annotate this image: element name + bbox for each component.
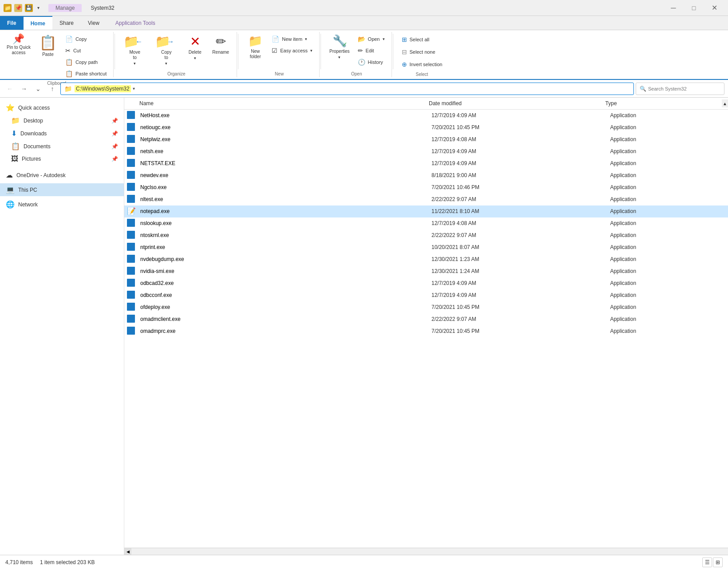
onedrive-icon: ☁ xyxy=(6,171,13,179)
history-button[interactable]: 🕐 History xyxy=(355,57,388,67)
quick-access-icon: ⭐ xyxy=(6,103,15,112)
back-button[interactable]: ← xyxy=(4,83,16,95)
table-row[interactable]: odbcad32.exe12/7/2019 4:09 AMApplication xyxy=(124,277,728,289)
view-icons-button[interactable]: ⊞ xyxy=(713,557,723,567)
table-row[interactable]: NetHost.exe12/7/2019 4:09 AMApplication xyxy=(124,110,728,122)
sidebar-item-documents[interactable]: 📋 Documents 📌 xyxy=(0,140,124,153)
new-folder-icon: 📁 xyxy=(248,34,262,48)
move-to-button[interactable]: 📁← Move to ▾ xyxy=(119,32,150,68)
delete-button[interactable]: ✕ Delete ▾ xyxy=(182,32,207,63)
sidebar-item-onedrive[interactable]: ☁ OneDrive - Autodesk xyxy=(0,169,124,182)
address-bar[interactable]: 📁 C:\Windows\System32 ▾ xyxy=(60,83,634,95)
sidebar-item-desktop[interactable]: 📁 Desktop 📌 xyxy=(0,114,124,127)
minimize-button[interactable]: ─ xyxy=(663,2,684,14)
table-row[interactable]: ofdeploy.exe7/20/2021 10:45 PMApplicatio… xyxy=(124,301,728,313)
tab-app-tools[interactable]: Application Tools xyxy=(108,16,162,30)
folder-icon: 📁 xyxy=(4,4,12,12)
manage-tab-title[interactable]: Manage xyxy=(48,4,82,12)
sidebar-item-network[interactable]: 🌐 Network xyxy=(0,198,124,211)
edit-icon: ✏ xyxy=(358,47,363,54)
tab-view[interactable]: View xyxy=(81,16,107,30)
file-name: NetHost.exe xyxy=(138,111,428,119)
new-item-button[interactable]: 📄 New item ▾ xyxy=(269,34,316,44)
item-count: 4,710 items xyxy=(5,559,33,565)
pictures-label: Pictures xyxy=(22,156,41,162)
table-row[interactable]: Netplwiz.exe12/7/2019 4:08 AMApplication xyxy=(124,134,728,146)
maximize-button[interactable]: □ xyxy=(684,2,704,14)
tab-file[interactable]: File xyxy=(0,16,24,30)
copy-path-button[interactable]: 📋 Copy path xyxy=(62,57,110,67)
paste-button[interactable]: 📋 Paste xyxy=(36,32,60,59)
sidebar-item-pictures[interactable]: 🖼 Pictures 📌 xyxy=(0,153,124,165)
file-list-scroll[interactable]: NetHost.exe12/7/2019 4:09 AMApplicationn… xyxy=(124,110,728,548)
table-row[interactable]: newdev.exe8/18/2021 9:00 AMApplication xyxy=(124,170,728,182)
horizontal-scrollbar[interactable]: ◀ xyxy=(124,548,728,555)
address-dropdown-button[interactable]: ▾ xyxy=(133,86,135,91)
file-date: 12/7/2019 4:08 AM xyxy=(428,219,606,227)
select-all-button[interactable]: ⊞ Select all xyxy=(398,34,434,45)
table-row[interactable]: ntoskrnl.exe2/22/2022 9:07 AMApplication xyxy=(124,229,728,241)
invert-selection-button[interactable]: ⊕ Invert selection xyxy=(398,59,447,70)
file-date: 8/18/2021 9:00 AM xyxy=(428,171,606,179)
table-row[interactable]: Ngclso.exe7/20/2021 10:46 PMApplication xyxy=(124,182,728,194)
close-button[interactable]: ✕ xyxy=(704,2,724,14)
hscroll-left-button[interactable]: ◀ xyxy=(124,548,131,555)
open-group: 🔧 ✓ Properties ▾ 📂 Open ▾ ✏ Edit 🕐 xyxy=(322,32,392,77)
downloads-pin-icon: 📌 xyxy=(111,130,118,137)
file-type: Application xyxy=(606,243,728,251)
file-type: Application xyxy=(606,291,728,299)
table-row[interactable]: odbcconf.exe12/7/2019 4:09 AMApplication xyxy=(124,289,728,301)
open-button[interactable]: 📂 Open ▾ xyxy=(355,34,388,44)
new-folder-button[interactable]: 📁 New folder xyxy=(243,32,268,62)
table-row[interactable]: nslookup.exe12/7/2019 4:08 AMApplication xyxy=(124,217,728,229)
file-type: Application xyxy=(606,207,728,215)
file-icon xyxy=(127,255,136,264)
rename-button[interactable]: ✏ Rename xyxy=(208,32,233,57)
table-row[interactable]: nvidia-smi.exe12/30/2021 1:24 AMApplicat… xyxy=(124,265,728,277)
sidebar-item-quick-access[interactable]: ⭐ Quick access xyxy=(0,101,124,114)
sidebar-item-downloads[interactable]: ⬇ Downloads 📌 xyxy=(0,127,124,140)
tab-home[interactable]: Home xyxy=(24,16,52,30)
file-name: Ngclso.exe xyxy=(138,183,428,191)
cut-button[interactable]: ✂ Cut xyxy=(62,45,110,56)
desktop-pin-icon: 📌 xyxy=(111,118,118,124)
view-list-button[interactable]: ☰ xyxy=(702,557,712,567)
search-input[interactable] xyxy=(648,86,720,91)
copy-to-button[interactable]: 📁→ Copy to ▾ xyxy=(151,32,182,68)
forward-button[interactable]: → xyxy=(18,83,30,95)
save-icon[interactable]: 💾 xyxy=(25,4,33,12)
file-name: nvidia-smi.exe xyxy=(138,267,428,275)
header-date[interactable]: Date modified xyxy=(425,99,602,107)
table-row[interactable]: netsh.exe12/7/2019 4:09 AMApplication xyxy=(124,146,728,158)
tab-share[interactable]: Share xyxy=(52,16,81,30)
table-row[interactable]: nltest.exe2/22/2022 9:07 AMApplication xyxy=(124,194,728,205)
title-bar-dropdown[interactable]: ▾ xyxy=(37,5,40,10)
table-row[interactable]: netiougc.exe7/20/2021 10:45 PMApplicatio… xyxy=(124,122,728,134)
header-name[interactable]: Name xyxy=(136,99,425,107)
up-button[interactable]: ↑ xyxy=(46,83,59,95)
pin-to-quick-access-button[interactable]: 📌 Pin to Quick access xyxy=(4,32,34,58)
pin-icon[interactable]: 📌 xyxy=(14,4,22,12)
table-row[interactable]: omadmprc.exe7/20/2021 10:45 PMApplicatio… xyxy=(124,325,728,337)
copy-button[interactable]: 📄 Copy xyxy=(62,34,110,44)
table-row[interactable]: omadmclient.exe2/22/2022 9:07 AMApplicat… xyxy=(124,313,728,325)
edit-button[interactable]: ✏ Edit xyxy=(355,45,388,56)
table-row[interactable]: nvdebugdump.exe12/30/2021 1:23 AMApplica… xyxy=(124,253,728,265)
easy-access-button[interactable]: ☑ Easy access ▾ xyxy=(269,45,316,56)
table-row[interactable]: NETSTAT.EXE12/7/2019 4:09 AMApplication xyxy=(124,158,728,170)
select-none-button[interactable]: ⊟ Select none xyxy=(398,46,439,58)
sidebar-item-this-pc[interactable]: 💻 This PC xyxy=(0,183,124,196)
desktop-label: Desktop xyxy=(24,118,43,124)
recent-locations-button[interactable]: ⌄ xyxy=(32,83,44,95)
paste-shortcut-button[interactable]: 📋 Paste shortcut xyxy=(62,68,110,79)
file-icon xyxy=(127,231,136,240)
table-row[interactable]: ntprint.exe10/20/2021 8:07 AMApplication xyxy=(124,241,728,253)
this-pc-icon: 💻 xyxy=(6,186,15,194)
scroll-up-indicator[interactable]: ▲ xyxy=(722,99,728,107)
file-type: Application xyxy=(606,195,728,203)
properties-button[interactable]: 🔧 ✓ Properties ▾ xyxy=(325,32,354,62)
header-type[interactable]: Type xyxy=(602,99,722,107)
table-row[interactable]: 📝notepad.exe11/22/2021 8:10 AMApplicatio… xyxy=(124,205,728,217)
copy-path-icon: 📋 xyxy=(65,59,73,66)
file-name: odbcconf.exe xyxy=(138,291,428,299)
